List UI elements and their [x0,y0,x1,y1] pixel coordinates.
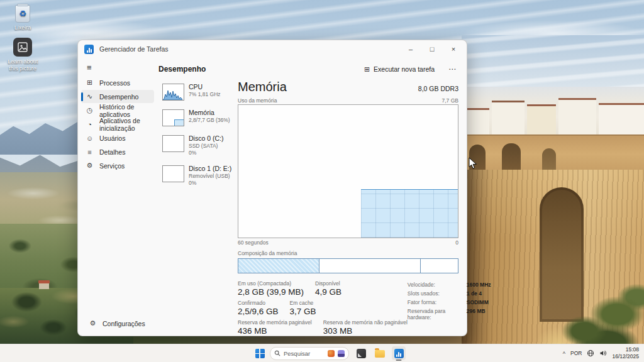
perf-card-disco1[interactable]: Disco 1 (D: E:) Removível (USB) 0% [161,163,236,188]
run-new-task-button[interactable]: ⊞ Executar nova tarefa [359,63,440,76]
landscape-glyph-icon [18,42,28,52]
maximize-button[interactable]: □ [421,40,443,58]
sidebar-item-configuracoes[interactable]: ⚙ Configurações [84,317,151,330]
memory-title: Memória [238,80,287,94]
cpu-thumbnail [162,84,184,101]
content-header: Desempenho ⊞ Executar nova tarefa ⋯ [157,58,467,79]
processes-icon: ⊞ [86,79,94,87]
wallpaper-village [462,87,644,137]
stat-value: 4,9 GB [315,287,341,297]
run-new-task-icon: ⊞ [364,65,370,74]
stat-value: 303 MB [323,326,408,336]
dark-app-icon [357,349,366,358]
composition-segment [319,259,421,273]
sidebar-item-label: Detalhes [99,148,125,156]
perf-card-detail2: 0% [189,150,223,156]
sidebar-item-servicos[interactable]: ⚙ Serviços [81,159,154,172]
stat-value: 3,7 GB [290,307,316,316]
sidebar-item-processos[interactable]: ⊞ Processos [81,76,154,89]
memory-usage-chart [238,104,458,238]
network-globe-icon[interactable] [587,349,594,357]
desktop-icon-label: Lixeira [4,25,42,31]
perf-card-name: Disco 1 (D: E:) [189,165,231,173]
sidebar-item-historico[interactable]: ◷ Histórico de aplicativos [81,104,154,117]
close-button[interactable]: × [443,40,464,58]
folder-icon [375,350,385,358]
more-options-button[interactable]: ⋯ [445,63,460,75]
sidebar-item-label: Configurações [103,320,145,327]
desktop-icon-recycle-bin[interactable]: ♻ Lixeira [4,5,42,31]
content: Desempenho ⊞ Executar nova tarefa ⋯ [157,58,467,336]
sidebar-item-label: Processos [99,79,130,87]
stat-reserva-nao-paginavel: Reserva de memória não paginável 303 MB [323,319,408,336]
sidebar-item-label: Histórico de aplicativos [99,103,150,118]
taskbar-search[interactable]: Pesquisar [270,347,349,360]
recycle-glyph: ♻ [19,9,26,19]
usage-label: Uso da memória [238,97,277,104]
composition-label: Composição da memória [238,250,458,256]
usage-scale-row: Uso da memória 7,7 GB [238,97,458,104]
perf-card-name: CPU [189,83,221,91]
wallpaper-building [492,101,525,139]
sidebar-item-label: Usuários [99,134,125,142]
stat-value: 436 MB [238,326,312,336]
detail-value: 296 MB [467,308,486,321]
performance-list: CPU 7% 1,81 GHz Memória 2,8/7,7 GB (36%) [157,79,236,336]
stat-disponivel: Disponível 4,9 GB [315,280,341,297]
desktop-icon-spotlight[interactable]: Learn about this picture [4,38,42,72]
sidebar-item-usuarios[interactable]: ☺ Usuários [81,131,154,145]
memory-thumbnail [162,109,184,126]
wallpaper-building [527,104,556,139]
language-indicator[interactable]: POR [570,350,582,356]
perf-card-cpu[interactable]: CPU 7% 1,81 GHz [161,82,236,102]
stat-confirmado: Confirmado 2,5/9,6 GB [238,300,279,316]
stat-label: Reserva de memória não paginável [323,319,408,326]
perf-card-disco0[interactable]: Disco 0 (C:) SSD (SATA) 0% [161,133,236,158]
detail-reservada-hardware: Reservada para hardware: 296 MB [408,308,501,321]
taskbar-file-explorer[interactable] [373,346,387,360]
sidebar-item-label: Serviços [99,162,125,170]
search-highlight-icon-1 [328,350,335,357]
volume-speaker-icon[interactable] [599,349,607,357]
minimize-button[interactable]: – [400,40,421,58]
search-icon [274,350,280,356]
taskbar-app-dark[interactable] [354,346,368,360]
start-button[interactable] [255,349,265,358]
taskbar-clock[interactable]: 15:08 16/12/2025 [612,346,639,360]
memory-header: Memória 8,0 GB DDR3 [238,80,458,94]
taskbar-task-manager[interactable] [392,346,406,360]
selected-indicator [81,92,83,101]
tray-date: 16/12/2025 [612,353,639,360]
details-icon: ≡ [86,148,94,156]
perf-card-detail: SSD (SATA) [189,143,223,150]
stat-label: Em cache [290,300,316,306]
tray-chevron-up-icon[interactable]: ^ [563,351,565,357]
detail-value: 1 de 4 [467,290,482,297]
perf-card-memoria[interactable]: Memória 2,8/7,7 GB (36%) [161,107,236,128]
wallpaper-bridge-arch [542,148,556,172]
task-manager-logo-icon [84,45,94,54]
detail-velocidade: Velocidade: 1600 MHz [408,282,501,288]
sidebar-item-desempenho[interactable]: ∿ Desempenho [81,90,154,103]
composition-segment [421,259,458,273]
page-title: Desempenho [158,65,206,74]
stat-value: 2,8 GB (39,9 MB) [238,287,304,297]
detail-label: Fator forma: [408,299,467,305]
perf-card-detail: 2,8/7,7 GB (36%) [189,117,230,124]
wallpaper-house [39,283,49,289]
memory-stats: Em uso (Compactada) 2,8 GB (39,9 MB) Dis… [238,280,458,336]
startup-apps-icon: ◔ [86,121,94,128]
content-main: CPU 7% 1,81 GHz Memória 2,8/7,7 GB (36%) [157,79,467,336]
hamburger-menu-icon[interactable]: ≡ [87,63,97,72]
perf-card-detail: Removível (USB) [189,173,231,180]
detail-label: Reservada para hardware: [408,308,467,321]
sidebar-item-label: Aplicativos de inicialização [99,117,150,132]
sidebar-item-detalhes[interactable]: ≡ Detalhes [81,145,154,158]
window-controls: – □ × [400,40,464,58]
wallpaper-bridge-deck [462,134,644,172]
sidebar-item-inicializacao[interactable]: ◔ Aplicativos de inicialização [81,118,154,131]
titlebar[interactable]: Gerenciador de Tarefas – □ × [78,40,467,58]
taskbar: Pesquisar ^ POR 15:0 [0,344,644,362]
wallpaper-vegetation [540,263,644,348]
task-manager-window: Gerenciador de Tarefas – □ × ≡ ⊞ Process… [77,40,467,336]
